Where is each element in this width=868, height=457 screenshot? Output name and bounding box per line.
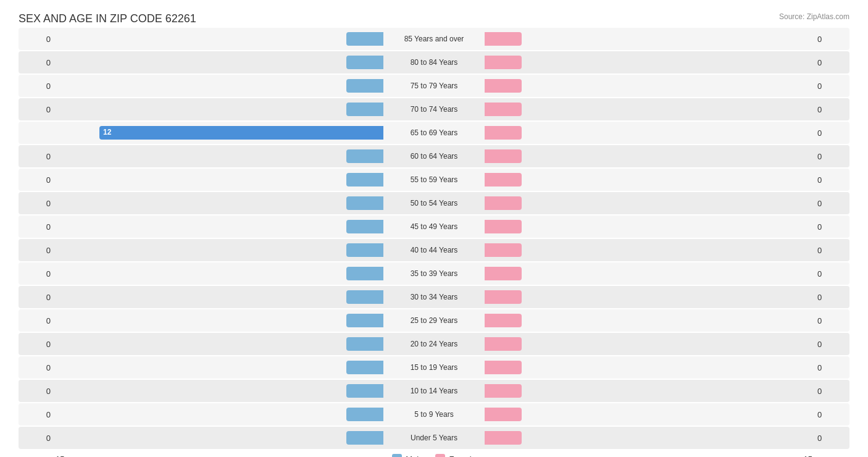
- bars-container: 10 to 14 Years: [56, 380, 812, 402]
- bars-container: 15 to 19 Years: [56, 356, 812, 379]
- male-bar: [346, 337, 383, 351]
- male-count-label: 0: [19, 434, 56, 443]
- female-side: [483, 380, 812, 402]
- bars-container: 20 to 24 Years: [56, 333, 812, 355]
- female-side: [483, 75, 812, 97]
- female-side: [483, 169, 812, 191]
- age-range-label: 35 to 39 Years: [385, 269, 483, 278]
- age-range-label: 15 to 19 Years: [385, 363, 483, 372]
- male-bar: [346, 431, 383, 445]
- female-side: [483, 356, 812, 379]
- male-count-label: 0: [19, 410, 56, 419]
- bar-row: 010 to 14 Years0: [19, 380, 849, 402]
- bars-container: 45 to 49 Years: [56, 216, 812, 238]
- male-side: [56, 286, 385, 308]
- female-count-label: 0: [812, 128, 849, 138]
- page-container: SEX AND AGE IN ZIP CODE 62261 Source: Zi…: [19, 12, 849, 457]
- female-count-label: 0: [812, 222, 849, 232]
- age-range-label: Under 5 Years: [385, 434, 483, 442]
- female-count-label: 0: [812, 269, 849, 279]
- bar-row: 040 to 44 Years0: [19, 239, 849, 261]
- age-range-label: 55 to 59 Years: [385, 175, 483, 184]
- male-side: [56, 427, 385, 449]
- male-bar: [346, 267, 383, 280]
- female-bar: [485, 290, 522, 304]
- female-count-label: 0: [812, 316, 849, 325]
- male-side: [56, 169, 385, 191]
- age-range-label: 65 to 69 Years: [385, 128, 483, 137]
- bars-container: 5 to 9 Years: [56, 403, 812, 426]
- male-side: [56, 380, 385, 402]
- age-range-label: 80 to 84 Years: [385, 58, 483, 67]
- bar-row: 035 to 39 Years0: [19, 262, 849, 285]
- male-side: [56, 356, 385, 379]
- age-range-label: 75 to 79 Years: [385, 82, 483, 90]
- female-bar: [485, 32, 522, 46]
- female-count-label: 0: [812, 105, 849, 114]
- female-bar: [485, 408, 522, 421]
- female-side: [483, 51, 812, 73]
- female-label: Female: [449, 455, 475, 458]
- male-side: [56, 145, 385, 167]
- female-side: [483, 309, 812, 332]
- male-bar: [346, 384, 383, 398]
- male-side: [56, 239, 385, 261]
- axis-right-value: 15: [804, 455, 812, 458]
- bars-container: 25 to 29 Years: [56, 309, 812, 332]
- legend-female: Female: [435, 454, 475, 457]
- female-count-label: 0: [812, 58, 849, 67]
- bar-row: 030 to 34 Years0: [19, 286, 849, 308]
- male-side: [56, 28, 385, 50]
- age-range-label: 40 to 44 Years: [385, 246, 483, 254]
- female-count-label: 0: [812, 410, 849, 419]
- male-count-label: 0: [19, 340, 56, 349]
- age-range-label: 85 Years and over: [385, 35, 483, 43]
- bar-row: 075 to 79 Years0: [19, 75, 849, 97]
- male-count-label: 0: [19, 363, 56, 372]
- age-range-label: 30 to 34 Years: [385, 293, 483, 301]
- female-side: [483, 28, 812, 50]
- female-bar: [485, 103, 522, 116]
- bars-container: 40 to 44 Years: [56, 239, 812, 261]
- male-side: [56, 75, 385, 97]
- male-bar: [346, 314, 383, 327]
- bars-container: 35 to 39 Years: [56, 262, 812, 285]
- male-side: [56, 403, 385, 426]
- bars-container: Under 5 Years: [56, 427, 812, 449]
- chart-title: SEX AND AGE IN ZIP CODE 62261: [19, 12, 196, 25]
- male-count-label: 0: [19, 222, 56, 232]
- bar-value-text: 12: [99, 128, 115, 136]
- male-count-label: 0: [19, 316, 56, 325]
- bars-container: 70 to 74 Years: [56, 98, 812, 120]
- female-side: [483, 427, 812, 449]
- female-count-label: 0: [812, 82, 849, 91]
- female-count-label: 0: [812, 340, 849, 349]
- female-bar: [485, 361, 522, 374]
- female-swatch: [435, 454, 445, 457]
- female-side: [483, 145, 812, 167]
- male-bar: [346, 56, 383, 69]
- bar-row: 015 to 19 Years0: [19, 356, 849, 379]
- age-range-label: 60 to 64 Years: [385, 152, 483, 161]
- male-count-label: 0: [19, 105, 56, 114]
- bar-row: 0Under 5 Years0: [19, 427, 849, 449]
- bars-container: 30 to 34 Years: [56, 286, 812, 308]
- male-count-label: 0: [19, 269, 56, 279]
- female-bar: [485, 337, 522, 351]
- source-label: Source: ZipAtlas.com: [779, 12, 849, 21]
- bar-row: 050 to 54 Years0: [19, 192, 849, 214]
- female-bar: [485, 431, 522, 445]
- male-bar: [346, 149, 383, 163]
- male-count-label: 0: [19, 58, 56, 67]
- bars-container: 55 to 59 Years: [56, 169, 812, 191]
- chart-area: 085 Years and over0080 to 84 Years0075 t…: [19, 28, 849, 449]
- female-side: [483, 333, 812, 355]
- legend: Male Female: [392, 454, 476, 457]
- female-count-label: 0: [812, 35, 849, 44]
- female-side: [483, 216, 812, 238]
- male-count-label: 0: [19, 175, 56, 185]
- female-side: [483, 286, 812, 308]
- female-bar: [485, 314, 522, 327]
- age-range-label: 25 to 29 Years: [385, 316, 483, 325]
- female-side: [483, 98, 812, 120]
